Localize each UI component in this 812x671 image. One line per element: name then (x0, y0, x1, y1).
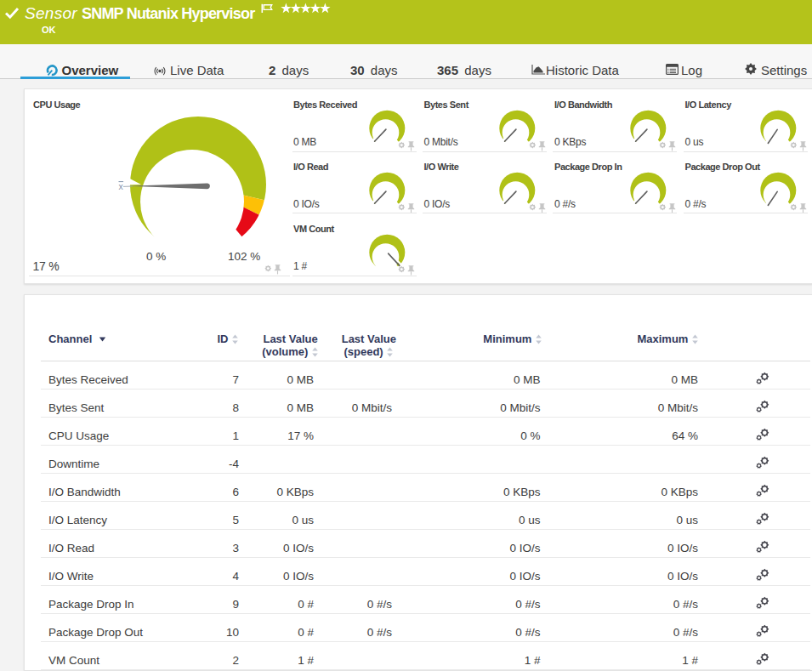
svg-text:x: x (119, 181, 124, 191)
